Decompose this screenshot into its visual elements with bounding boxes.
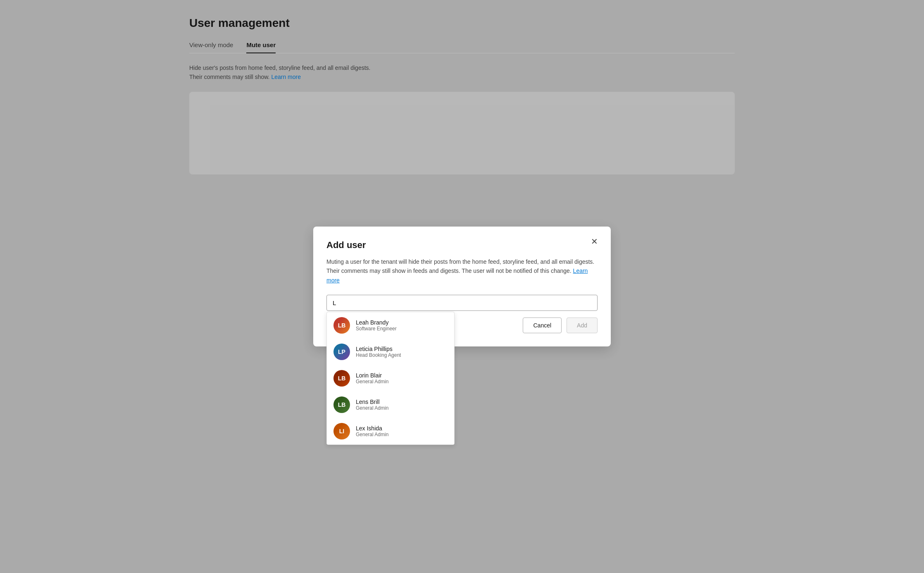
user-dropdown-list: LBLeah BrandySoftware EngineerLPLeticia … xyxy=(326,312,455,445)
modal-title: Add user xyxy=(326,240,598,251)
dropdown-item-lorin-blair[interactable]: LBLorin BlairGeneral Admin xyxy=(327,365,454,392)
close-modal-button[interactable]: ✕ xyxy=(588,235,601,248)
user-name-lex-ishida: Lex Ishida xyxy=(356,425,388,432)
user-info-leticia-phillips: Leticia PhillipsHead Booking Agent xyxy=(356,346,401,358)
user-info-lex-ishida: Lex IshidaGeneral Admin xyxy=(356,425,388,437)
modal-description: Muting a user for the tenant will hide t… xyxy=(326,257,598,285)
add-button[interactable]: Add xyxy=(567,318,598,333)
avatar-leah-brandy: LB xyxy=(333,317,350,334)
dropdown-item-leah-brandy[interactable]: LBLeah BrandySoftware Engineer xyxy=(327,312,454,339)
dropdown-item-lens-brill[interactable]: LBLens BrillGeneral Admin xyxy=(327,392,454,418)
add-user-modal: ✕ Add user Muting a user for the tenant … xyxy=(313,227,611,346)
user-info-lens-brill: Lens BrillGeneral Admin xyxy=(356,399,388,411)
dropdown-item-leticia-phillips[interactable]: LPLeticia PhillipsHead Booking Agent xyxy=(327,339,454,365)
dropdown-item-lex-ishida[interactable]: LILex IshidaGeneral Admin xyxy=(327,418,454,444)
user-name-leticia-phillips: Leticia Phillips xyxy=(356,346,401,352)
close-icon: ✕ xyxy=(591,236,598,246)
user-name-lorin-blair: Lorin Blair xyxy=(356,372,388,379)
user-name-leah-brandy: Leah Brandy xyxy=(356,319,397,326)
avatar-lex-ishida: LI xyxy=(333,423,350,439)
avatar-lens-brill: LB xyxy=(333,396,350,413)
user-name-lens-brill: Lens Brill xyxy=(356,399,388,405)
user-role-leah-brandy: Software Engineer xyxy=(356,326,397,332)
user-role-lens-brill: General Admin xyxy=(356,405,388,411)
modal-overlay: ✕ Add user Muting a user for the tenant … xyxy=(0,0,924,573)
user-role-lorin-blair: General Admin xyxy=(356,379,388,384)
user-search-input[interactable] xyxy=(326,295,598,311)
search-container: LBLeah BrandySoftware EngineerLPLeticia … xyxy=(326,295,598,311)
avatar-leticia-phillips: LP xyxy=(333,344,350,360)
user-role-lex-ishida: General Admin xyxy=(356,432,388,437)
user-info-lorin-blair: Lorin BlairGeneral Admin xyxy=(356,372,388,384)
cancel-button[interactable]: Cancel xyxy=(523,318,562,333)
avatar-lorin-blair: LB xyxy=(333,370,350,387)
user-role-leticia-phillips: Head Booking Agent xyxy=(356,352,401,358)
user-info-leah-brandy: Leah BrandySoftware Engineer xyxy=(356,319,397,332)
